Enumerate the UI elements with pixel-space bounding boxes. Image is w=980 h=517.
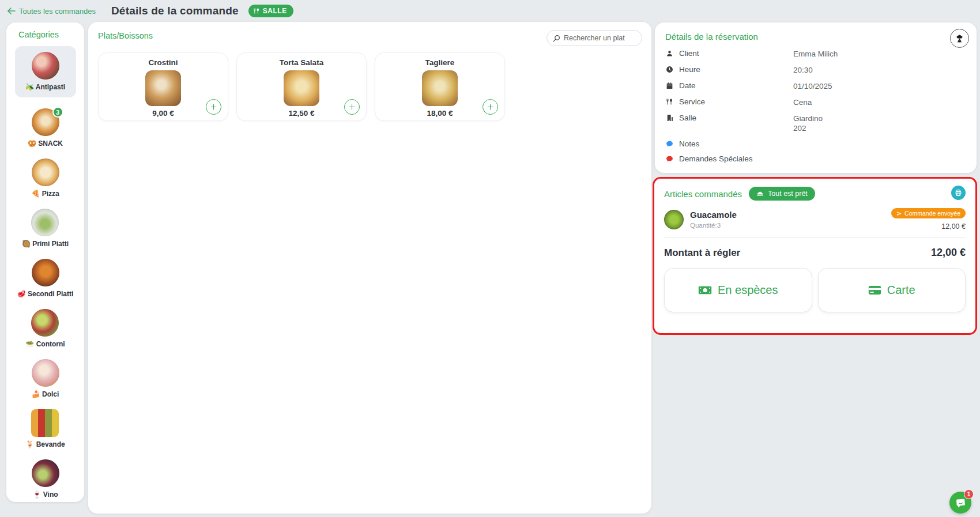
row-label: Heure bbox=[679, 65, 700, 74]
salle-value: Giardino 202 bbox=[793, 114, 823, 133]
reservation-row-demandes-speciales: Demandes Spéciales bbox=[665, 154, 966, 163]
order-item-quantity: Quantité:3 bbox=[690, 222, 737, 229]
chat-widget-button[interactable]: 1 bbox=[949, 492, 971, 514]
reservation-panel: Détails de la réservation Client Emma Mi… bbox=[655, 22, 977, 173]
category-item-primi-piatti[interactable]: 🥘 Primi Piatti bbox=[22, 209, 69, 248]
search-input[interactable] bbox=[564, 34, 636, 42]
fork-knife-icon bbox=[254, 7, 260, 14]
reservation-row-date: Date 01/10/2025 bbox=[665, 81, 966, 91]
category-image-contorni bbox=[31, 309, 59, 337]
plus-icon bbox=[210, 103, 217, 111]
drink-emoji-icon: 🍹 bbox=[25, 440, 34, 448]
reservation-row-salle: Salle Giardino 202 bbox=[665, 114, 966, 133]
search-box[interactable] bbox=[546, 30, 642, 46]
row-label: Service bbox=[679, 97, 705, 106]
wine-emoji-icon: 🍷 bbox=[32, 490, 41, 499]
category-image-bevande bbox=[31, 409, 59, 437]
product-card-crostini[interactable]: Crostini 9,00 € bbox=[98, 52, 228, 121]
category-list: 🫒 Antipasti 3 🥨 SNACK 🍕 Pizza 🥘 Primi Pi… bbox=[6, 46, 84, 499]
payment-buttons: En espèces Carte bbox=[664, 268, 966, 312]
product-image-crostini bbox=[145, 70, 181, 106]
date-value: 01/10/2025 bbox=[793, 81, 832, 91]
category-item-bevande[interactable]: 🍹 Bevande bbox=[25, 409, 65, 448]
category-item-pizza[interactable]: 🍕 Pizza bbox=[31, 159, 59, 198]
category-item-secondi-piatti[interactable]: 🥩 Secondi Piatti bbox=[17, 259, 74, 298]
plus-icon bbox=[348, 103, 356, 111]
product-price: 18,00 € bbox=[427, 109, 453, 118]
menu-panel: Plats/Boissons Crostini 9,00 € Torta Sal… bbox=[88, 22, 651, 514]
order-item-price: 12,00 € bbox=[941, 222, 966, 231]
reservation-row-heure: Heure 20:30 bbox=[665, 65, 966, 75]
categories-sidebar: Catégories 🫒 Antipasti 3 🥨 SNACK 🍕 Pizza… bbox=[6, 22, 84, 502]
add-torta-salata-button[interactable] bbox=[344, 99, 360, 115]
search-icon bbox=[553, 35, 560, 42]
category-item-snack[interactable]: 3 🥨 SNACK bbox=[28, 108, 63, 148]
total-label: Montant à régler bbox=[664, 247, 740, 259]
chef-assistant-button[interactable] bbox=[950, 29, 969, 48]
pay-cash-label: En espèces bbox=[718, 284, 778, 297]
pay-cash-button[interactable]: En espèces bbox=[664, 268, 812, 312]
pay-card-button[interactable]: Carte bbox=[818, 268, 966, 312]
notes-speech-bubble-icon bbox=[665, 140, 674, 148]
salle-badge-label: SALLE bbox=[263, 7, 287, 15]
credit-card-icon bbox=[868, 285, 881, 295]
product-name: Crostini bbox=[148, 58, 178, 67]
row-label: Notes bbox=[679, 139, 699, 148]
category-item-antipasti[interactable]: 🫒 Antipasti bbox=[15, 46, 76, 97]
snack-count-badge: 3 bbox=[52, 107, 63, 118]
category-label: 🍕 Pizza bbox=[31, 190, 59, 198]
ordered-items-heading: Articles commandés bbox=[664, 189, 742, 199]
category-image-secondi-piatti bbox=[32, 259, 59, 286]
category-label: 🥘 Primi Piatti bbox=[22, 240, 69, 248]
add-tagliere-button[interactable] bbox=[483, 99, 498, 115]
row-label: Date bbox=[679, 81, 696, 90]
category-image-pizza bbox=[32, 159, 59, 186]
category-label: 🥩 Secondi Piatti bbox=[17, 290, 74, 298]
category-label: 🫒 Antipasti bbox=[25, 83, 65, 91]
print-button[interactable] bbox=[951, 186, 966, 200]
special-requests-speech-bubble-icon bbox=[665, 155, 674, 163]
reservation-row-client: Client Emma Milich bbox=[665, 49, 966, 59]
calendar-icon bbox=[665, 82, 674, 89]
product-price: 9,00 € bbox=[152, 109, 174, 118]
product-card-torta-salata[interactable]: Torta Salata 12,50 € bbox=[236, 52, 367, 121]
top-bar: Toutes les commandes Détails de la comma… bbox=[0, 0, 980, 22]
category-item-vino[interactable]: 🍷 Vino bbox=[32, 459, 59, 499]
category-label: 🍹 Bevande bbox=[25, 440, 65, 448]
pretzel-emoji-icon: 🥨 bbox=[28, 139, 36, 148]
all-ready-badge: Tout est prêt bbox=[749, 187, 815, 201]
product-name: Tagliere bbox=[425, 58, 455, 67]
order-item-guacamole[interactable]: Guacamole Quantité:3 Commande envoyée 12… bbox=[664, 208, 966, 238]
guacamole-image bbox=[664, 210, 684, 229]
page-title: Détails de la commande bbox=[111, 5, 239, 17]
chat-bubble-icon bbox=[955, 497, 966, 508]
categories-heading: Catégories bbox=[18, 30, 84, 39]
category-item-dolci[interactable]: 🍰 Dolci bbox=[32, 359, 59, 398]
cake-emoji-icon: 🍰 bbox=[32, 390, 40, 398]
category-label: 🥨 SNACK bbox=[28, 139, 63, 148]
category-image-vino bbox=[32, 459, 59, 487]
ordered-items-panel: Articles commandés Tout est prêt Guacamo… bbox=[653, 177, 977, 335]
cloche-icon bbox=[756, 191, 764, 197]
category-item-contorni[interactable]: 🥗 Contorni bbox=[25, 309, 65, 348]
chat-unread-badge: 1 bbox=[964, 489, 974, 499]
paper-plane-icon bbox=[896, 211, 902, 216]
add-crostini-button[interactable] bbox=[206, 99, 221, 115]
pizza-emoji-icon: 🍕 bbox=[31, 190, 40, 198]
pay-card-label: Carte bbox=[887, 284, 915, 297]
client-value: Emma Milich bbox=[793, 49, 838, 59]
product-name: Torta Salata bbox=[280, 58, 323, 67]
product-card-tagliere[interactable]: Tagliere 18,00 € bbox=[375, 52, 505, 121]
product-grid: Crostini 9,00 € Torta Salata 12,50 € Tag… bbox=[98, 52, 505, 121]
total-value: 12,00 € bbox=[931, 247, 966, 259]
back-to-orders-link[interactable]: Toutes les commandes bbox=[7, 7, 96, 16]
category-image-antipasti bbox=[32, 52, 59, 80]
category-image-primi-piatti bbox=[31, 209, 59, 236]
row-label: Salle bbox=[679, 114, 696, 122]
back-link-label: Toutes les commandes bbox=[19, 7, 96, 16]
product-price: 12,50 € bbox=[288, 109, 314, 118]
building-icon bbox=[665, 114, 674, 122]
reservation-row-notes: Notes bbox=[665, 139, 966, 148]
clock-icon bbox=[665, 66, 674, 73]
order-item-name: Guacamole bbox=[690, 210, 737, 220]
